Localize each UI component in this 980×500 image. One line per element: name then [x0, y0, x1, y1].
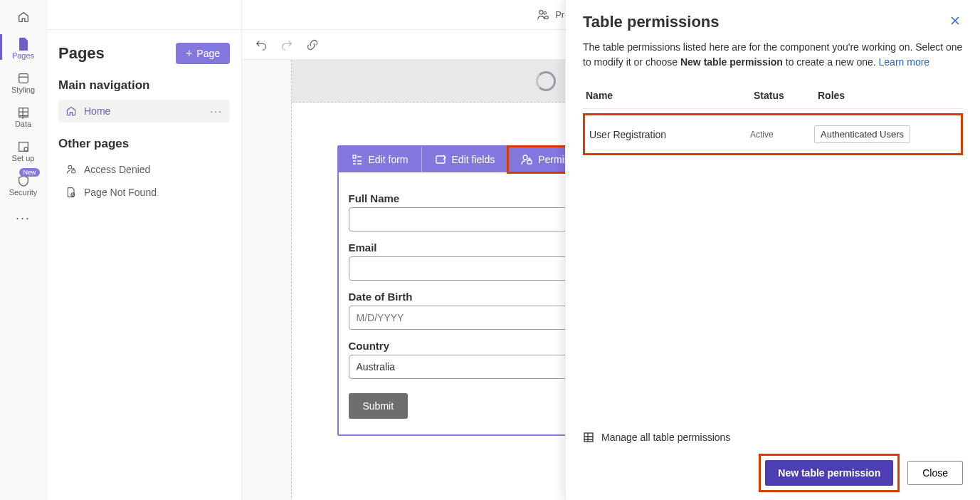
drawer-title: Table permissions [583, 13, 720, 31]
edit-fields-button[interactable]: Edit fields [422, 147, 509, 172]
rail-home-icon[interactable] [0, 4, 47, 30]
submit-button[interactable]: Submit [349, 393, 409, 419]
rail-pages[interactable]: Pages [0, 30, 47, 64]
plus-icon: + [186, 47, 192, 60]
col-status: Status [754, 90, 818, 101]
svg-rect-13 [527, 160, 532, 164]
permissions-table: Name Status Roles User Registration Acti… [583, 90, 963, 155]
rail-styling[interactable]: Styling [0, 64, 47, 98]
pages-sidebar: Pages + Page Main navigation Home ··· Ot… [47, 0, 242, 500]
nav-home-label: Home [84, 105, 110, 117]
rail-label: Styling [11, 85, 35, 94]
person-lock-icon [65, 164, 77, 175]
svg-point-4 [68, 165, 72, 169]
redo-icon[interactable] [280, 38, 293, 51]
page-not-found[interactable]: Page Not Found [58, 181, 230, 204]
data-icon [16, 105, 31, 120]
svg-rect-5 [72, 170, 75, 173]
rail-setup[interactable]: Set up [0, 132, 47, 167]
rail-security[interactable]: New Security [0, 167, 47, 201]
rail-data[interactable]: Data [0, 98, 47, 132]
page-access-denied[interactable]: Access Denied [58, 158, 230, 181]
form-icon [352, 154, 363, 165]
new-permission-button[interactable]: New table permission [765, 460, 893, 486]
drawer-intro: The table permissions listed here are fo… [583, 40, 963, 70]
link-icon[interactable] [306, 38, 319, 51]
pages-title: Pages [58, 44, 105, 63]
perm-name: User Registration [589, 129, 750, 140]
perm-status: Active [750, 130, 814, 140]
rail-label: Security [9, 188, 38, 197]
close-button[interactable]: Close [907, 461, 963, 485]
col-name: Name [586, 90, 754, 101]
svg-point-8 [544, 11, 547, 14]
pages-icon [16, 37, 31, 51]
rail-label: Pages [12, 51, 34, 60]
setup-icon [16, 140, 31, 154]
edit-form-button[interactable]: Edit form [339, 147, 422, 172]
rail-more[interactable]: ··· [0, 204, 47, 230]
page-missing-icon [65, 187, 77, 198]
perm-role-chip: Authenticated Users [814, 125, 910, 143]
new-badge: New [19, 168, 39, 177]
manage-all-label: Manage all table permissions [601, 432, 730, 443]
drawer-close-button[interactable] [947, 13, 963, 28]
home-icon [65, 105, 77, 117]
ellipsis-icon: ··· [16, 211, 31, 226]
people-lock-icon [537, 9, 549, 21]
manage-all-link[interactable]: Manage all table permissions [583, 432, 963, 443]
left-rail: Pages Styling Data Set up New Secu [0, 0, 47, 500]
rail-label: Data [15, 120, 31, 128]
col-roles: Roles [818, 90, 960, 101]
company-logo-icon [536, 71, 556, 91]
svg-point-12 [523, 155, 527, 160]
svg-point-3 [23, 147, 27, 151]
grid-icon [583, 432, 594, 443]
permissions-icon [521, 154, 532, 165]
page-label: Page Not Found [84, 187, 157, 198]
svg-rect-0 [19, 74, 28, 83]
permission-row[interactable]: User Registration Active Authenticated U… [583, 113, 963, 155]
nav-home[interactable]: Home ··· [58, 100, 230, 123]
main-nav-heading: Main navigation [58, 78, 230, 93]
undo-icon[interactable] [255, 38, 268, 51]
learn-more-link[interactable]: Learn more [879, 56, 930, 68]
edit-fields-label: Edit fields [452, 154, 495, 165]
nav-home-more-icon[interactable]: ··· [210, 105, 223, 117]
other-pages-heading: Other pages [58, 137, 230, 151]
page-label: Access Denied [84, 164, 150, 175]
svg-rect-2 [19, 142, 28, 152]
styling-icon [16, 71, 31, 85]
svg-rect-9 [545, 16, 549, 19]
add-page-label: Page [196, 48, 220, 59]
svg-rect-10 [353, 155, 356, 158]
add-page-button[interactable]: + Page [176, 43, 230, 64]
svg-point-7 [539, 10, 543, 14]
fields-icon [435, 154, 446, 165]
edit-form-label: Edit form [369, 154, 409, 165]
permissions-drawer: Table permissions The table permissions … [565, 0, 980, 500]
svg-rect-14 [584, 433, 593, 442]
rail-label: Set up [12, 154, 35, 162]
